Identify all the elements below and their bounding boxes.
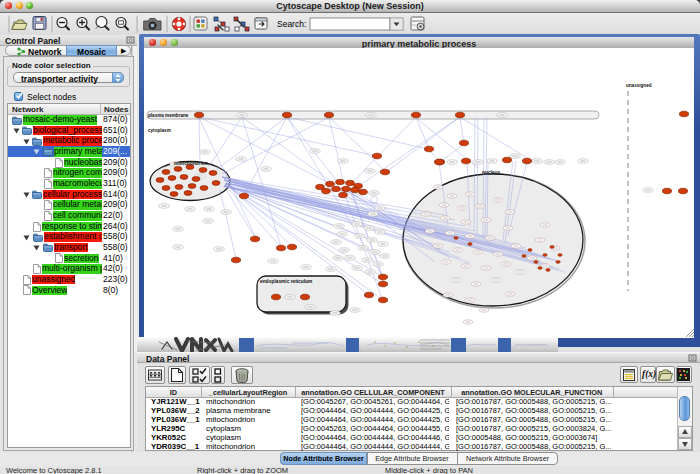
svg-text:mitochondrion: mitochondrion <box>174 161 208 166</box>
svg-text:plasma membrane: plasma membrane <box>148 113 189 118</box>
svg-text:endoplasmic reticulum: endoplasmic reticulum <box>260 279 312 284</box>
svg-text:nucleus: nucleus <box>482 170 500 175</box>
svg-text:cytoplasm: cytoplasm <box>148 128 171 133</box>
svg-text:Search:: Search: <box>277 19 306 29</box>
svg-text:unassigned: unassigned <box>626 83 652 88</box>
